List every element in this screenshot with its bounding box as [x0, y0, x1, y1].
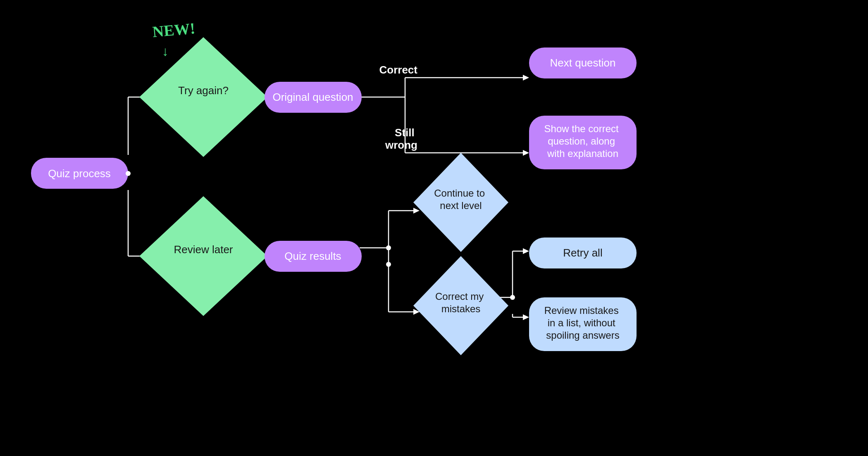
- next-question-label: Next question: [550, 57, 616, 69]
- new-label: NEW!: [152, 19, 196, 40]
- try-again-label: Try again?: [178, 84, 229, 97]
- new-arrow: ↓: [162, 44, 169, 59]
- quiz-process-label: Quiz process: [48, 167, 111, 180]
- review-later-label: Review later: [174, 243, 233, 256]
- show-correct-label: Show the correct question, along with ex…: [544, 123, 622, 159]
- review-mistakes-label: Review mistakes in a list, without spoil…: [544, 305, 622, 341]
- retry-all-label: Retry all: [563, 247, 602, 259]
- original-question-label: Original question: [272, 91, 353, 103]
- svg-rect-0: [0, 0, 868, 456]
- correct-branch-label: Correct: [379, 64, 418, 76]
- quiz-results-label: Quiz results: [284, 250, 341, 262]
- flowchart-diagram: Quiz process Try again? Review later Ori…: [0, 0, 868, 456]
- svg-point-34: [126, 171, 131, 176]
- svg-point-33: [510, 295, 515, 300]
